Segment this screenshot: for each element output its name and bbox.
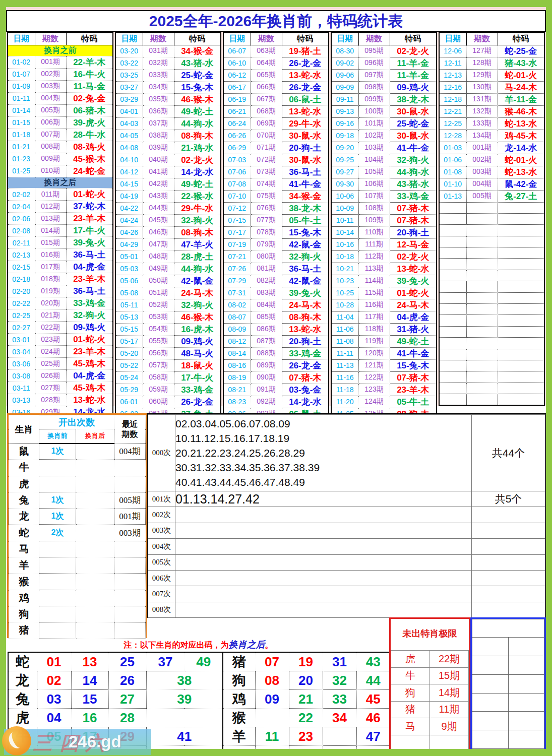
table-row: 06-29071期20-狗-土 (223, 142, 329, 154)
table-row: 03-27034期15-兔-木 (115, 81, 221, 93)
zodiac-number: 38 (146, 671, 223, 690)
table-row: 04-29047期47-羊-火 (115, 238, 221, 250)
cell-date: 06-24 (223, 117, 251, 130)
cell-date: 05-08 (115, 287, 143, 299)
table-row: 07-26081期36-马-土 (223, 263, 329, 275)
blue-cell (472, 730, 509, 749)
cell-special-code: 04-虎-金 (66, 261, 113, 273)
stats-count-before: 2次 (39, 525, 76, 541)
cell-date (439, 247, 466, 259)
cell-period: 006期 (35, 116, 66, 129)
cell-period: 045期 (143, 214, 174, 226)
table-row: 06-12065期13-蛇-水 (223, 69, 329, 81)
table-row: 04-01036期49-蛇-土 (115, 105, 221, 117)
cell-period: 083期 (251, 287, 282, 299)
table-row: 02-27022期09-鸡-火 (8, 322, 113, 334)
cell-special-code: 07-猪-木 (390, 371, 437, 384)
stats-count-before: 1次 (39, 444, 76, 460)
table-row: 02-08014期17-牛-火 (8, 225, 113, 237)
cell-date: 01-25 (8, 165, 35, 177)
zodiac-number: 15 (71, 690, 108, 709)
cell-special-code: 39-兔-火 (282, 287, 329, 299)
cell-period: 008期 (35, 141, 66, 153)
counts-number-line: 40.41.43.44.45.46.47.48.49 (175, 475, 471, 489)
cell-special-code (498, 304, 544, 315)
cell-date: 05-24 (115, 371, 143, 384)
cell-date: 11-20 (331, 396, 358, 408)
cell-period: 134期 (466, 130, 498, 142)
cell-date: 10-25 (331, 287, 358, 299)
cell-special-code (498, 315, 544, 326)
cell-period: 040期 (143, 154, 174, 166)
cell-date (439, 292, 466, 303)
limits-table: 虎22期牛15期狗14期猪11期马9期 (391, 650, 469, 752)
counts-box: 000次02.03.04.05.06.07.08.0910.11.12.15.1… (147, 413, 546, 618)
counts-numbers (175, 570, 472, 586)
cell-special-code (498, 259, 544, 270)
table-row: 01-07002期16-牛-火 (8, 68, 113, 80)
cell-special-code: 05-牛-土 (390, 396, 437, 408)
cell-special-code: 30-鼠-水 (390, 130, 437, 142)
cell-special-code (498, 247, 544, 259)
cell-period (466, 213, 498, 224)
stats-row: 猪 (9, 622, 146, 639)
blue-cell (472, 712, 509, 730)
cell-date (439, 394, 466, 405)
cell-special-code: 猪-43-水 (498, 57, 544, 69)
zodiac-number: 34 (323, 709, 356, 727)
cell-period (466, 326, 498, 337)
cell-special-code: 30-鼠-水 (282, 130, 329, 142)
watermark-domain-text: 246.gd (69, 732, 121, 751)
cell-special-code: 15-兔-木 (390, 359, 437, 371)
table-row: 10-11109期07-猪-木 (331, 214, 437, 226)
table-row: 08-14088期33-鸡-金 (223, 347, 329, 359)
zodiac-number: 13 (71, 652, 108, 671)
cell-period: 002期 (35, 68, 66, 80)
cell-special-code: 21-鸡-水 (174, 142, 221, 154)
cell-date: 01-23 (8, 153, 35, 165)
cell-special-code: 02-兔-金 (66, 92, 113, 104)
cell-special-code: 07-猪-木 (282, 371, 329, 384)
cell-date (439, 225, 466, 236)
cell-date: 10-23 (331, 275, 358, 287)
cell-period: 065期 (251, 69, 282, 81)
cell-period: 054期 (143, 323, 174, 335)
zodiac-number: 04 (37, 709, 71, 727)
cell-date: 09-11 (331, 93, 358, 105)
zodiac-number: 16 (71, 709, 108, 727)
zodiac-char: 龙 (8, 671, 37, 690)
counts-label: 000次 (148, 415, 175, 491)
cell-period: 052期 (143, 299, 174, 311)
cell-period (466, 349, 498, 360)
header-code: 特码 (390, 33, 437, 45)
table-row: 08-30095期02-龙-火 (331, 45, 437, 57)
table-row (439, 213, 544, 224)
stats-header-draw-counts: 开出次数 (39, 415, 114, 429)
cell-special-code (498, 225, 544, 236)
zodiac-map-row: 蛇0113253749 (8, 652, 223, 671)
stats-count-after (76, 476, 114, 492)
stats-count-before (39, 574, 76, 590)
table-row: 03-13028期13-蛇-水 (8, 394, 113, 406)
blue-cell (472, 638, 509, 656)
cell-special-code: 01-蛇-火 (66, 188, 113, 201)
cell-period: 044期 (143, 202, 174, 214)
table-row: 07-19079期42-鼠-金 (223, 238, 329, 250)
zodiac-map-row: 龙02142638 (8, 671, 223, 690)
cell-special-code: 08-狗-木 (174, 130, 221, 142)
cell-period: 124期 (358, 396, 390, 408)
table-row (439, 247, 544, 259)
zodiac-map-row: 猪07193143 (223, 652, 390, 671)
stats-count-after (76, 492, 114, 508)
cell-special-code: 20-狗-土 (282, 142, 329, 154)
cell-special-code: 08-狗-木 (174, 226, 221, 238)
stats-count-before (39, 541, 76, 557)
table-row: 02-06013期23-羊-木 (8, 213, 113, 225)
cell-period: 021期 (35, 309, 66, 322)
blue-row (472, 674, 544, 693)
cell-date: 05-29 (115, 384, 143, 396)
counts-numbers (175, 539, 472, 554)
limit-zodiac: 马 (391, 718, 430, 735)
zodiac-number: 14 (71, 671, 108, 690)
table-row: 07-12076期38-龙-木 (223, 202, 329, 214)
